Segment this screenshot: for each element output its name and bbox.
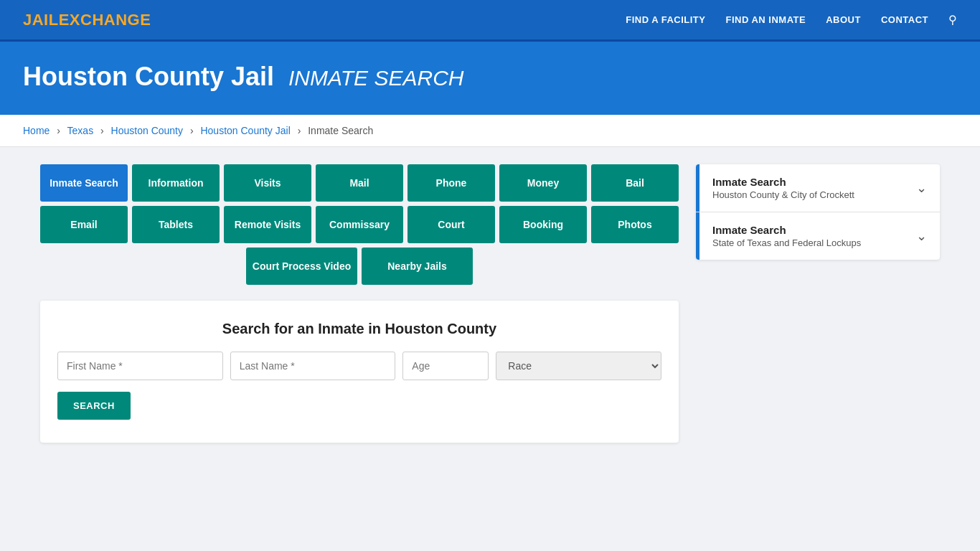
first-name-input[interactable] <box>57 352 223 380</box>
search-fields: Race White Black Hispanic Asian Other <box>57 352 661 380</box>
sidebar-item-texas-header[interactable]: Inmate Search State of Texas and Federal… <box>696 212 940 260</box>
chevron-down-icon-2: ⌄ <box>916 228 927 244</box>
search-card: Search for an Inmate in Houston County R… <box>40 301 679 443</box>
tab-court[interactable]: Court <box>407 206 495 243</box>
sep-1: › <box>57 125 60 136</box>
sidebar-item-texas-title: Inmate Search <box>712 224 861 236</box>
sidebar-item-texas-subtitle: State of Texas and Federal Lockups <box>712 237 861 248</box>
breadcrumb-houston-county-jail[interactable]: Houston County Jail <box>200 125 290 136</box>
tab-remote-visits[interactable]: Remote Visits <box>224 206 311 243</box>
nav-links: FIND A FACILITY FIND AN INMATE ABOUT CON… <box>626 13 957 27</box>
tab-commissary[interactable]: Commissary <box>316 206 403 243</box>
tab-row-2: Email Tablets Remote Visits Commissary C… <box>40 206 679 243</box>
tab-booking[interactable]: Booking <box>499 206 587 243</box>
hero-title-italic: INMATE SEARCH <box>288 66 463 90</box>
chevron-down-icon: ⌄ <box>916 180 927 196</box>
breadcrumb-current: Inmate Search <box>308 125 373 136</box>
breadcrumb-texas[interactable]: Texas <box>67 125 94 136</box>
tab-email[interactable]: Email <box>40 206 128 243</box>
sep-3: › <box>190 125 194 136</box>
sep-2: › <box>100 125 104 136</box>
navbar: JAILEXCHANGE FIND A FACILITY FIND AN INM… <box>0 0 980 42</box>
tab-information[interactable]: Information <box>132 164 220 202</box>
tab-nearby-jails[interactable]: Nearby Jails <box>362 248 473 285</box>
tab-visits[interactable]: Visits <box>224 164 311 202</box>
hero-title-main: Houston County Jail <box>23 62 274 91</box>
tab-row-1: Inmate Search Information Visits Mail Ph… <box>40 164 679 202</box>
logo-exchange: EXCHANGE <box>59 11 151 29</box>
sidebar-card: Inmate Search Houston County & City of C… <box>696 164 940 260</box>
about-link[interactable]: ABOUT <box>826 14 861 25</box>
contact-link[interactable]: CONTACT <box>881 14 928 25</box>
tab-photos[interactable]: Photos <box>591 206 679 243</box>
breadcrumb: Home › Texas › Houston County › Houston … <box>0 115 980 147</box>
breadcrumb-home[interactable]: Home <box>23 125 50 136</box>
tab-phone[interactable]: Phone <box>407 164 495 202</box>
search-button[interactable]: SEARCH <box>57 392 131 420</box>
search-title: Search for an Inmate in Houston County <box>57 321 661 337</box>
tab-row-3: Court Process Video Nearby Jails <box>40 248 679 285</box>
left-column: Inmate Search Information Visits Mail Ph… <box>40 164 679 443</box>
sidebar-item-houston-subtitle: Houston County & City of Crockett <box>712 189 854 200</box>
sidebar-item-texas-text: Inmate Search State of Texas and Federal… <box>712 224 861 248</box>
last-name-input[interactable] <box>230 352 396 380</box>
tab-mail[interactable]: Mail <box>316 164 403 202</box>
tab-money[interactable]: Money <box>499 164 587 202</box>
tab-court-process-video[interactable]: Court Process Video <box>246 248 357 285</box>
tab-bail[interactable]: Bail <box>591 164 679 202</box>
find-inmate-link[interactable]: FIND AN INMATE <box>725 14 806 25</box>
sidebar-item-houston-title: Inmate Search <box>712 176 854 188</box>
sidebar-item-houston-header[interactable]: Inmate Search Houston County & City of C… <box>696 164 940 212</box>
logo-jail: JAIL <box>23 11 59 29</box>
logo: JAILEXCHANGE <box>23 11 151 29</box>
sep-4: › <box>298 125 301 136</box>
main-container: Inmate Search Information Visits Mail Ph… <box>20 164 960 443</box>
age-input[interactable] <box>402 352 489 380</box>
sidebar-item-houston: Inmate Search Houston County & City of C… <box>696 164 940 212</box>
search-icon[interactable]: ⚲ <box>948 13 957 27</box>
tab-tablets[interactable]: Tablets <box>132 206 220 243</box>
find-facility-link[interactable]: FIND A FACILITY <box>626 14 705 25</box>
hero-section: Houston County Jail INMATE SEARCH <box>0 42 980 115</box>
breadcrumb-houston-county[interactable]: Houston County <box>111 125 183 136</box>
page-title: Houston County Jail INMATE SEARCH <box>23 62 957 92</box>
sidebar-item-texas: Inmate Search State of Texas and Federal… <box>696 212 940 260</box>
race-select[interactable]: Race White Black Hispanic Asian Other <box>496 352 661 380</box>
tab-inmate-search[interactable]: Inmate Search <box>40 164 128 202</box>
sidebar-item-houston-text: Inmate Search Houston County & City of C… <box>712 176 854 200</box>
right-sidebar: Inmate Search Houston County & City of C… <box>696 164 940 261</box>
